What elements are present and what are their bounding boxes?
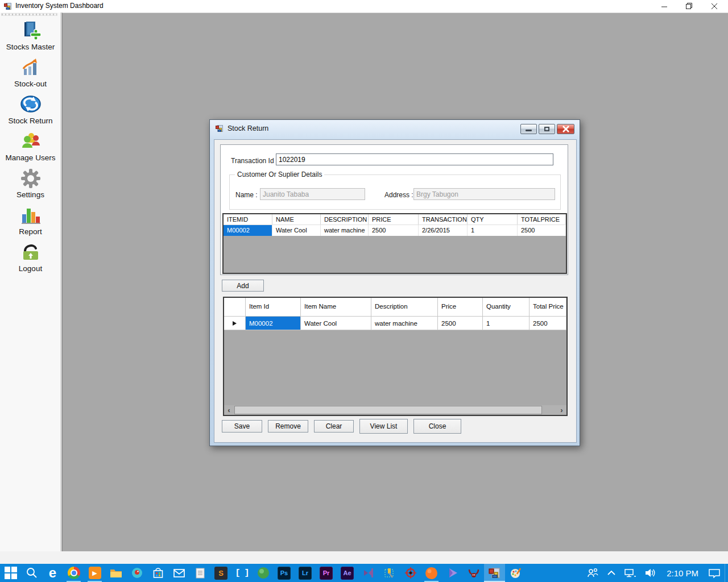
sidebar-label: Stock Return bbox=[0, 117, 61, 125]
sidebar-item-settings[interactable]: Settings bbox=[0, 166, 61, 199]
grid-col-total-price[interactable]: Total Price bbox=[530, 298, 566, 316]
cell-itemid[interactable]: M00002 bbox=[224, 225, 272, 236]
start-button[interactable] bbox=[0, 564, 21, 582]
sidebar-item-report[interactable]: Report bbox=[0, 203, 61, 236]
search-button[interactable] bbox=[21, 564, 42, 582]
col-itemid[interactable]: ITEMID bbox=[224, 214, 272, 225]
taskbar-clock[interactable]: 2:10 PM bbox=[661, 564, 704, 582]
transaction-id-input[interactable] bbox=[276, 153, 553, 165]
grid-cell-item-id[interactable]: M00002 bbox=[246, 317, 301, 330]
premiere-button[interactable]: Pr bbox=[316, 564, 337, 582]
minimize-button[interactable] bbox=[652, 0, 677, 13]
grid-col-item-name[interactable]: Item Name bbox=[301, 298, 371, 316]
grid-cell-item-name[interactable]: Water Cool bbox=[301, 317, 371, 330]
restore-button[interactable] bbox=[677, 0, 702, 13]
transaction-items-listview[interactable]: ITEMID NAME DESCRIPTION PRICE TRANSACTIO… bbox=[222, 213, 567, 274]
sidebar-item-manage-users[interactable]: Manage Users bbox=[0, 129, 61, 162]
xampp-button[interactable] bbox=[421, 564, 442, 582]
after-effects-button[interactable]: Ae bbox=[337, 564, 358, 582]
mail-button[interactable] bbox=[168, 564, 189, 582]
col-qty[interactable]: QTY bbox=[468, 214, 518, 225]
grid-empty-area bbox=[224, 330, 566, 405]
file-explorer-button[interactable] bbox=[105, 564, 126, 582]
main-titlebar: Inventory System Dashboard bbox=[0, 0, 728, 13]
transaction-panel: Transaction Id : Customer Or Suplier Det… bbox=[220, 144, 568, 275]
paint-app-button[interactable] bbox=[505, 564, 526, 582]
grid-col-quantity[interactable]: Quantity bbox=[483, 298, 530, 316]
green-globe-button[interactable] bbox=[253, 564, 274, 582]
grid-col-item-id[interactable]: Item Id bbox=[246, 298, 301, 316]
camera-button[interactable] bbox=[126, 564, 147, 582]
save-button[interactable]: Save bbox=[222, 420, 262, 433]
sidebar-item-stock-out[interactable]: Stock-out bbox=[0, 55, 61, 88]
sidebar-label: Stock-out bbox=[0, 80, 61, 88]
stock-return-titlebar[interactable]: Stock Return bbox=[216, 124, 268, 132]
action-center-button[interactable] bbox=[704, 564, 725, 582]
col-totalprice[interactable]: TOTALPRICE bbox=[518, 214, 566, 225]
sublime-button[interactable]: S bbox=[210, 564, 231, 582]
modal-minimize-button[interactable] bbox=[520, 124, 537, 134]
grid-col-description[interactable]: Description bbox=[371, 298, 438, 316]
brackets-button[interactable]: [ ] bbox=[231, 564, 253, 582]
dev-tool-button[interactable] bbox=[379, 564, 400, 582]
listview-empty-area bbox=[224, 236, 566, 273]
target-button[interactable] bbox=[400, 564, 421, 582]
col-transaction[interactable]: TRANSACTIONI bbox=[419, 214, 468, 225]
people-tray-button[interactable] bbox=[582, 564, 603, 582]
address-input[interactable] bbox=[413, 188, 555, 200]
store-button[interactable] bbox=[147, 564, 168, 582]
cell-description[interactable]: water machine bbox=[321, 225, 369, 236]
notepad-button[interactable] bbox=[189, 564, 210, 582]
grid-horizontal-scrollbar[interactable]: ‹ › bbox=[224, 405, 566, 415]
sidebar-item-stock-return[interactable]: Stock Return bbox=[0, 92, 61, 125]
cell-transaction[interactable]: 2/26/2015 bbox=[419, 225, 468, 236]
chrome-button[interactable] bbox=[63, 564, 84, 582]
scrollbar-track[interactable] bbox=[234, 405, 557, 415]
scroll-right-arrow-icon[interactable]: › bbox=[557, 405, 566, 415]
clear-button[interactable]: Clear bbox=[314, 420, 354, 433]
listview-row[interactable]: M00002 Water Cool water machine 2500 2/2… bbox=[224, 225, 566, 236]
lightroom-button[interactable]: Lr bbox=[295, 564, 316, 582]
sidebar-item-stocks-master[interactable]: Stocks Master bbox=[0, 18, 61, 51]
cell-name[interactable]: Water Cool bbox=[272, 225, 321, 236]
cell-qty[interactable]: 1 bbox=[468, 225, 518, 236]
network-tray-button[interactable] bbox=[620, 564, 640, 582]
col-description[interactable]: DESCRIPTION bbox=[321, 214, 369, 225]
modal-maximize-button[interactable] bbox=[539, 124, 555, 134]
edge-button[interactable]: e bbox=[42, 564, 63, 582]
grid-cell-description[interactable]: water machine bbox=[371, 317, 438, 330]
view-list-button[interactable]: View List bbox=[359, 419, 408, 434]
cell-price[interactable]: 2500 bbox=[369, 225, 419, 236]
blend-button[interactable] bbox=[442, 564, 463, 582]
movies-tv-button[interactable]: ▶ bbox=[84, 564, 105, 582]
return-items-grid[interactable]: Item Id Item Name Description Price Quan… bbox=[223, 297, 568, 416]
inventory-app-taskbar-button[interactable] bbox=[484, 564, 505, 582]
close-form-button[interactable]: Close bbox=[413, 419, 461, 434]
grid-cell-total-price[interactable]: 2500 bbox=[530, 317, 566, 330]
volume-tray-button[interactable] bbox=[640, 564, 661, 582]
show-desktop-button[interactable] bbox=[725, 564, 728, 582]
tray-overflow-button[interactable] bbox=[603, 564, 620, 582]
sidebar-grip[interactable] bbox=[1, 13, 57, 16]
grid-row[interactable]: M00002 Water Cool water machine 2500 1 2… bbox=[224, 317, 566, 330]
bull-app-button[interactable] bbox=[463, 564, 484, 582]
row-header-cell[interactable] bbox=[224, 317, 246, 330]
col-name[interactable]: NAME bbox=[272, 214, 321, 225]
sidebar-item-logout[interactable]: Logout bbox=[0, 240, 61, 273]
grid-col-price[interactable]: Price bbox=[438, 298, 483, 316]
add-button[interactable]: Add bbox=[222, 280, 264, 292]
visual-studio-button[interactable] bbox=[358, 564, 379, 582]
notepad-icon bbox=[193, 566, 207, 580]
name-input[interactable] bbox=[260, 188, 365, 200]
modal-close-button[interactable] bbox=[557, 124, 574, 134]
stock-return-client: Transaction Id : Customer Or Suplier Det… bbox=[214, 139, 577, 443]
photoshop-button[interactable]: Ps bbox=[274, 564, 295, 582]
col-price[interactable]: PRICE bbox=[369, 214, 419, 225]
cell-totalprice[interactable]: 2500 bbox=[518, 225, 566, 236]
remove-button[interactable]: Remove bbox=[268, 420, 308, 433]
scroll-left-arrow-icon[interactable]: ‹ bbox=[224, 405, 234, 415]
close-button[interactable] bbox=[702, 0, 727, 13]
grid-cell-price[interactable]: 2500 bbox=[438, 317, 483, 330]
grid-cell-quantity[interactable]: 1 bbox=[483, 317, 530, 330]
scrollbar-thumb[interactable] bbox=[234, 406, 542, 414]
